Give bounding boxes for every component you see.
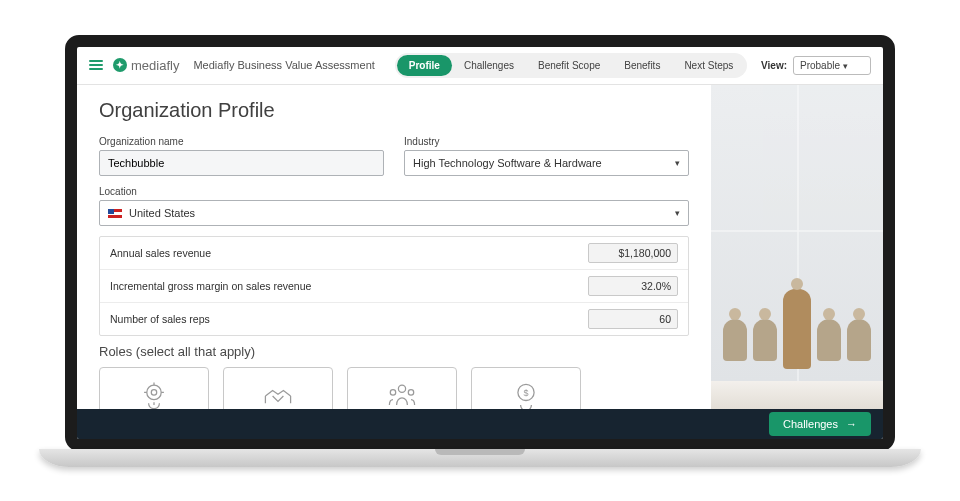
location-label: Location bbox=[99, 186, 689, 197]
hamburger-menu-icon[interactable] bbox=[89, 60, 103, 70]
location-select[interactable]: United States ▾ bbox=[99, 200, 689, 226]
topbar: ✦ mediafly Mediafly Business Value Asses… bbox=[77, 47, 883, 85]
industry-value: High Technology Software & Hardware bbox=[413, 157, 602, 169]
nav-tabs: Profile Challenges Benefit Scope Benefit… bbox=[395, 53, 748, 78]
hero-image bbox=[711, 85, 883, 409]
tab-profile[interactable]: Profile bbox=[397, 55, 452, 76]
next-challenges-button[interactable]: Challenges → bbox=[769, 412, 871, 436]
arrow-right-icon: → bbox=[846, 418, 857, 430]
metric-label: Annual sales revenue bbox=[110, 247, 588, 259]
svg-point-1 bbox=[151, 389, 156, 394]
metric-row: Annual sales revenue bbox=[100, 237, 688, 270]
screen-bezel: ✦ mediafly Mediafly Business Value Asses… bbox=[65, 35, 895, 451]
form-area: Organization Profile Organization name I… bbox=[77, 85, 711, 409]
role-card-team[interactable] bbox=[347, 367, 457, 409]
role-cards: $ bbox=[99, 367, 689, 409]
laptop-base bbox=[39, 449, 921, 467]
view-label: View: bbox=[761, 60, 787, 71]
view-select[interactable]: Probable ▾ bbox=[793, 56, 871, 75]
metric-label: Number of sales reps bbox=[110, 313, 588, 325]
org-name-label: Organization name bbox=[99, 136, 384, 147]
chevron-down-icon: ▾ bbox=[675, 208, 680, 218]
tab-benefits[interactable]: Benefits bbox=[612, 55, 672, 76]
org-name-input[interactable] bbox=[99, 150, 384, 176]
location-value: United States bbox=[129, 207, 195, 219]
tab-next-steps[interactable]: Next Steps bbox=[672, 55, 745, 76]
brand-logo-icon: ✦ bbox=[113, 58, 127, 72]
people-group-icon bbox=[384, 378, 420, 409]
svg-point-2 bbox=[398, 385, 405, 392]
metric-input-reps[interactable] bbox=[588, 309, 678, 329]
svg-text:$: $ bbox=[523, 388, 528, 398]
brain-gear-icon bbox=[136, 378, 172, 409]
next-button-label: Challenges bbox=[783, 418, 838, 430]
metrics-table: Annual sales revenue Incremental gross m… bbox=[99, 236, 689, 336]
metric-label: Incremental gross margin on sales revenu… bbox=[110, 280, 588, 292]
metric-input-revenue[interactable] bbox=[588, 243, 678, 263]
footer-bar: Challenges → bbox=[77, 409, 883, 439]
svg-point-3 bbox=[390, 389, 395, 394]
industry-select[interactable]: High Technology Software & Hardware ▾ bbox=[404, 150, 689, 176]
roles-title: Roles (select all that apply) bbox=[99, 344, 689, 359]
view-value: Probable bbox=[800, 60, 840, 71]
brand: ✦ mediafly bbox=[113, 58, 179, 73]
app-screen: ✦ mediafly Mediafly Business Value Asses… bbox=[77, 47, 883, 439]
metric-row: Number of sales reps bbox=[100, 303, 688, 335]
money-mind-icon: $ bbox=[508, 378, 544, 409]
content-area: Organization Profile Organization name I… bbox=[77, 85, 883, 409]
laptop-frame: ✦ mediafly Mediafly Business Value Asses… bbox=[65, 35, 895, 467]
metric-row: Incremental gross margin on sales revenu… bbox=[100, 270, 688, 303]
tab-challenges[interactable]: Challenges bbox=[452, 55, 526, 76]
role-card-partnership[interactable] bbox=[223, 367, 333, 409]
tab-benefit-scope[interactable]: Benefit Scope bbox=[526, 55, 612, 76]
us-flag-icon bbox=[108, 209, 122, 218]
svg-point-0 bbox=[147, 385, 161, 399]
page-title: Organization Profile bbox=[99, 99, 689, 122]
app-title: Mediafly Business Value Assessment bbox=[193, 59, 374, 71]
role-card-strategy[interactable] bbox=[99, 367, 209, 409]
chevron-down-icon: ▾ bbox=[843, 61, 848, 71]
svg-point-4 bbox=[408, 389, 413, 394]
brand-name: mediafly bbox=[131, 58, 179, 73]
handshake-icon bbox=[260, 378, 296, 409]
role-card-finance[interactable]: $ bbox=[471, 367, 581, 409]
chevron-down-icon: ▾ bbox=[675, 158, 680, 168]
industry-label: Industry bbox=[404, 136, 689, 147]
metric-input-margin[interactable] bbox=[588, 276, 678, 296]
